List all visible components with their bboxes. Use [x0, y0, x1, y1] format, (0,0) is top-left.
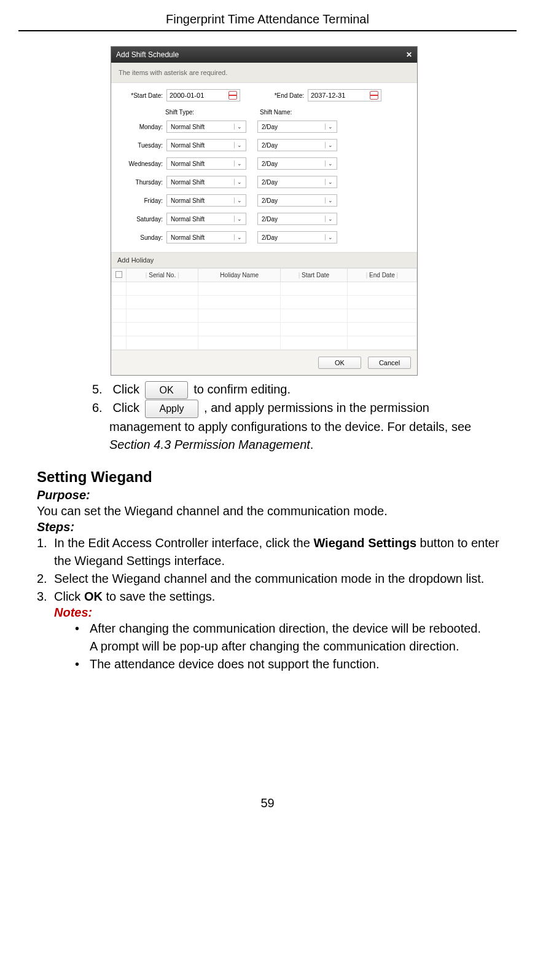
table-row: [112, 296, 417, 309]
step-number: 3.: [37, 588, 54, 606]
shift-type-select[interactable]: Normal Shift⌄: [166, 194, 246, 207]
dialog-titlebar: Add Shift Schedule ✕: [111, 47, 417, 63]
section-ref: Section 4.3 Permission Management: [109, 438, 310, 451]
step-text: Click OK to save the settings.: [54, 588, 215, 606]
wiegand-step-1: 1. In the Edit Access Controller interfa…: [37, 534, 517, 552]
step-text: Click: [113, 382, 139, 396]
start-date-value: 2000-01-01: [170, 92, 204, 99]
dialog-title: Add Shift Schedule: [116, 50, 179, 59]
shift-name-select[interactable]: 2/Day⌄: [257, 139, 337, 151]
day-label: Sunday:: [120, 234, 163, 241]
day-row-sunday: Sunday: Normal Shift⌄ 2/Day⌄: [120, 231, 408, 243]
shift-name-select[interactable]: 2/Day⌄: [257, 176, 337, 188]
shift-type-select[interactable]: Normal Shift⌄: [166, 231, 246, 243]
shift-type-select[interactable]: Normal Shift⌄: [166, 139, 246, 151]
purpose-text: You can set the Wiegand channel and the …: [37, 502, 517, 520]
step-number: 1.: [37, 534, 54, 552]
bullet-icon: •: [75, 655, 90, 673]
dialog-body: *Start Date: 2000-01-01 *End Date: 2037-…: [111, 83, 417, 252]
day-row-saturday: Saturday: Normal Shift⌄ 2/Day⌄: [120, 213, 408, 225]
day-label: Thursday:: [120, 179, 163, 186]
table-row: [112, 309, 417, 323]
chevron-down-icon: ⌄: [234, 142, 242, 148]
step-text: to confirm editing.: [193, 382, 291, 396]
note-2: • The attendance device does not support…: [75, 655, 517, 673]
ok-button[interactable]: OK: [318, 357, 361, 369]
calendar-icon[interactable]: [228, 91, 237, 100]
wiegand-step-1-cont: the Wiegand Settings interface.: [37, 552, 517, 570]
dialog-footer: OK Cancel: [111, 350, 417, 375]
day-row-monday: Monday: Normal Shift⌄ 2/Day⌄: [120, 121, 408, 133]
day-label: Monday:: [120, 124, 163, 130]
day-row-wednesday: Wednesday: Normal Shift⌄ 2/Day⌄: [120, 157, 408, 170]
step-text: the Wiegand Settings interface.: [54, 552, 225, 570]
add-holiday-section-header: Add Holiday: [111, 252, 417, 268]
step-6-cont: management to apply configurations to th…: [109, 418, 517, 436]
day-row-tuesday: Tuesday: Normal Shift⌄ 2/Day⌄: [120, 139, 408, 151]
shift-name-select[interactable]: 2/Day⌄: [257, 194, 337, 207]
chevron-down-icon: ⌄: [325, 197, 333, 204]
shift-type-select[interactable]: Normal Shift⌄: [166, 213, 246, 225]
col-serial-no: | Serial No. |: [127, 269, 198, 282]
cancel-button[interactable]: Cancel: [368, 357, 411, 369]
step-text: .: [310, 438, 314, 451]
note-1: • After changing the communication direc…: [75, 620, 517, 655]
day-label: Tuesday:: [120, 142, 163, 149]
chevron-down-icon: ⌄: [234, 160, 242, 167]
chevron-down-icon: ⌄: [325, 142, 333, 148]
start-date-label: *Start Date:: [120, 92, 163, 99]
step-number: 2.: [37, 570, 54, 588]
shift-name-select[interactable]: 2/Day⌄: [257, 121, 337, 133]
chevron-down-icon: ⌄: [325, 124, 333, 130]
step-6-cont2: Section 4.3 Permission Management.: [109, 436, 517, 454]
select-all-checkbox[interactable]: [115, 271, 122, 278]
chevron-down-icon: ⌄: [325, 179, 333, 185]
end-date-value: 2037-12-31: [311, 92, 345, 99]
apply-button-inline[interactable]: Apply: [145, 400, 198, 417]
wiegand-step-3: 3. Click OK to save the settings.: [37, 588, 517, 606]
chevron-down-icon: ⌄: [325, 216, 333, 222]
day-row-thursday: Thursday: Normal Shift⌄ 2/Day⌄: [120, 176, 408, 188]
step-text: Select the Wiegand channel and the commu…: [54, 570, 484, 588]
calendar-icon[interactable]: [370, 91, 378, 100]
steps-label: Steps:: [37, 520, 517, 534]
holiday-table: | Serial No. | Holiday Name | Start Date…: [111, 268, 417, 350]
table-row: [112, 282, 417, 296]
shift-name-header: Shift Name:: [254, 109, 334, 116]
step-text: , and apply permissions in the permissio…: [204, 401, 429, 414]
day-row-friday: Friday: Normal Shift⌄ 2/Day⌄: [120, 194, 408, 207]
start-date-input[interactable]: 2000-01-01: [166, 89, 240, 101]
day-label: Wednesday:: [120, 160, 163, 167]
ok-bold: OK: [84, 590, 103, 603]
close-icon[interactable]: ✕: [406, 50, 412, 59]
chevron-down-icon: ⌄: [234, 124, 242, 130]
shift-name-select[interactable]: 2/Day⌄: [257, 231, 337, 243]
table-row: [112, 336, 417, 350]
shift-type-select[interactable]: Normal Shift⌄: [166, 121, 246, 133]
shift-type-select[interactable]: Normal Shift⌄: [166, 157, 246, 170]
shift-name-select[interactable]: 2/Day⌄: [257, 157, 337, 170]
note-text: A prompt will be pop-up after changing t…: [90, 639, 459, 653]
step-6: 6. Click Apply , and apply permissions i…: [92, 399, 517, 417]
col-end-date: | End Date |: [347, 269, 416, 282]
end-date-input[interactable]: 2037-12-31: [308, 89, 381, 101]
chevron-down-icon: ⌄: [234, 216, 242, 222]
day-label: Friday:: [120, 197, 163, 204]
shift-name-select[interactable]: 2/Day⌄: [257, 213, 337, 225]
end-date-label: *End Date:: [261, 92, 304, 99]
shift-type-select[interactable]: Normal Shift⌄: [166, 176, 246, 188]
table-row: [112, 323, 417, 336]
add-shift-schedule-dialog: Add Shift Schedule ✕ The items with aste…: [111, 46, 418, 376]
notes-label: Notes:: [54, 606, 517, 620]
wiegand-settings-bold: Wiegand Settings: [313, 536, 416, 550]
day-label: Saturday:: [120, 216, 163, 223]
shift-type-header: Shift Type:: [163, 109, 243, 116]
note-text: The attendance device does not support t…: [90, 655, 379, 673]
setting-wiegand-heading: Setting Wiegand: [37, 468, 517, 486]
note-text: After changing the communication directi…: [90, 622, 481, 635]
ok-button-inline[interactable]: OK: [145, 381, 187, 399]
page-header: Fingerprint Time Attendance Terminal: [18, 12, 517, 31]
dialog-info-banner: The items with asterisk are required.: [111, 63, 417, 83]
col-start-date: | Start Date: [280, 269, 347, 282]
col-holiday-name: Holiday Name: [198, 269, 280, 282]
